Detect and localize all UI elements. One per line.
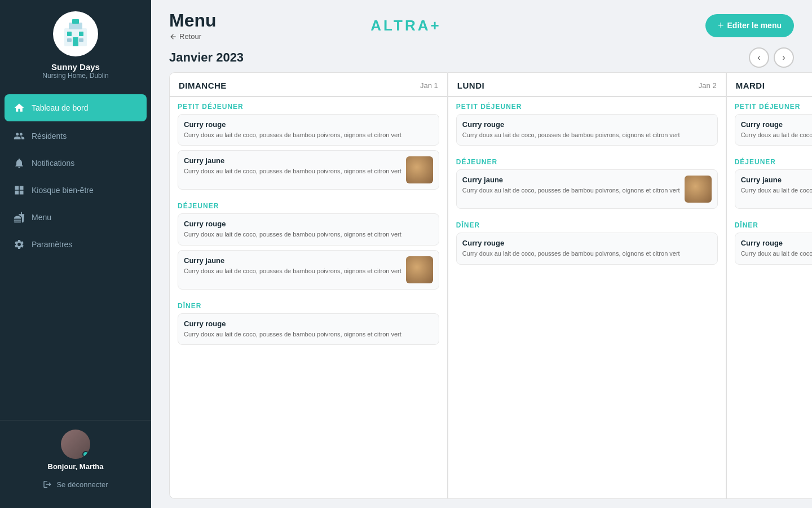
home-icon: [14, 102, 25, 113]
svg-rect-7: [79, 38, 83, 42]
meal-card-2-0-0[interactable]: Curry rouge Curry doux au lait de coco, …: [735, 114, 812, 146]
meal-name-0-0-1: Curry jaune: [184, 156, 401, 165]
user-avatar: [61, 430, 90, 459]
meal-section-1-2: DÎNER Curry rouge Curry doux au lait de …: [448, 216, 726, 271]
sidebar-item-residents[interactable]: Résidents: [0, 122, 151, 150]
meal-desc-1-1-0: Curry doux au lait de coco, pousses de b…: [462, 186, 680, 195]
svg-rect-4: [79, 32, 83, 36]
svg-rect-6: [67, 38, 72, 42]
svg-rect-2: [72, 19, 79, 24]
sidebar-nav: Tableau de bord Résidents Notifications …: [0, 93, 151, 415]
top-bar-left: Menu Retour: [169, 10, 217, 41]
day-header-0: DIMANCHE Jan 1: [170, 73, 447, 97]
main-content: Menu Retour ALTRA+ + Editer le menu Janv…: [151, 0, 812, 508]
meal-info-2-1-0: Curry jaune Curry doux au lait de coco, …: [741, 176, 812, 195]
gear-icon: [14, 239, 25, 250]
svg-rect-3: [67, 32, 72, 36]
meal-type-label-0-0: PETIT DÉJEUNER: [178, 103, 439, 111]
edit-btn-label: Editer le menu: [727, 21, 782, 30]
meal-card-2-2-0[interactable]: Curry rouge Curry doux au lait de coco, …: [735, 233, 812, 264]
sidebar-label-parametres: Paramètres: [32, 240, 72, 249]
sidebar-label-menu: Menu: [32, 213, 51, 222]
meal-info-1-0-0: Curry rouge Curry doux au lait de coco, …: [462, 120, 712, 139]
prev-month-button[interactable]: ‹: [749, 47, 769, 68]
meal-type-label-1-0: PETIT DÉJEUNER: [456, 103, 718, 111]
next-month-button[interactable]: ›: [774, 47, 794, 68]
top-bar: Menu Retour ALTRA+ + Editer le menu: [151, 0, 812, 41]
org-subtitle: Nursing Home, Dublin: [42, 72, 108, 80]
day-col-lundi: LUNDI Jan 2 PETIT DÉJEUNER Curry rouge C…: [448, 72, 726, 499]
meal-section-1-1: DÉJEUNER Curry jaune Curry doux au lait …: [448, 152, 726, 216]
meal-desc-2-1-0: Curry doux au lait de coco, pousses de b…: [741, 186, 812, 195]
meal-type-label-2-1: DÉJEUNER: [735, 158, 812, 166]
day-name-2: MARDI: [736, 81, 765, 90]
meal-name-1-0-0: Curry rouge: [462, 120, 712, 129]
grid-icon: [14, 185, 25, 196]
meal-section-2-2: DÎNER Curry rouge Curry doux au lait de …: [727, 216, 812, 271]
day-name-1: LUNDI: [457, 81, 484, 90]
day-name-0: DIMANCHE: [179, 81, 227, 90]
meal-desc-2-2-0: Curry doux au lait de coco, pousses de b…: [741, 249, 812, 258]
meal-section-2-0: PETIT DÉJEUNER Curry rouge Curry doux au…: [727, 97, 812, 152]
meal-info-2-0-0: Curry rouge Curry doux au lait de coco, …: [741, 120, 812, 139]
fork-icon: [14, 212, 25, 223]
org-name: Sunny Days: [51, 62, 100, 72]
calendar-header: Janvier 2023 ‹ ›: [151, 41, 812, 72]
back-label: Retour: [179, 32, 201, 41]
altra-logo: ALTRA+: [370, 17, 441, 34]
meal-desc-0-0-1: Curry doux au lait de coco, pousses de b…: [184, 167, 401, 176]
meal-img-0-1-1: [406, 256, 433, 283]
edit-menu-button[interactable]: + Editer le menu: [705, 14, 794, 37]
meal-type-label-1-2: DÎNER: [456, 221, 718, 229]
org-avatar: [53, 11, 98, 56]
back-link[interactable]: Retour: [169, 32, 217, 41]
sidebar-item-notifications[interactable]: Notifications: [0, 150, 151, 177]
meal-card-0-1-1[interactable]: Curry jaune Curry doux au lait de coco, …: [178, 250, 439, 290]
meal-name-2-2-0: Curry rouge: [741, 239, 812, 247]
day-date-1: Jan 2: [699, 81, 717, 90]
meal-card-0-0-1[interactable]: Curry jaune Curry doux au lait de coco, …: [178, 150, 439, 190]
meal-info-2-2-0: Curry rouge Curry doux au lait de coco, …: [741, 239, 812, 258]
meal-name-0-2-0: Curry rouge: [184, 319, 433, 328]
meal-name-0-1-0: Curry rouge: [184, 220, 433, 228]
meal-card-0-2-0[interactable]: Curry rouge Curry doux au lait de coco, …: [178, 313, 439, 345]
sidebar-label-tableau: Tableau de bord: [32, 103, 88, 112]
sidebar-item-kiosque[interactable]: Kiosque bien-être: [0, 177, 151, 204]
calendar-grid: DIMANCHE Jan 1 PETIT DÉJEUNER Curry roug…: [151, 72, 812, 508]
meal-card-1-0-0[interactable]: Curry rouge Curry doux au lait de coco, …: [456, 114, 718, 146]
meal-info-0-2-0: Curry rouge Curry doux au lait de coco, …: [184, 319, 433, 339]
day-col-dimanche: DIMANCHE Jan 1 PETIT DÉJEUNER Curry roug…: [169, 72, 448, 499]
sidebar-label-kiosque: Kiosque bien-être: [32, 186, 94, 195]
meal-card-2-1-0[interactable]: Curry jaune Curry doux au lait de coco, …: [735, 169, 812, 209]
org-logo-area: Sunny Days Nursing Home, Dublin: [42, 11, 108, 80]
meal-desc-0-1-1: Curry doux au lait de coco, pousses de b…: [184, 267, 401, 275]
meal-desc-0-0-0: Curry doux au lait de coco, pousses de b…: [184, 131, 433, 139]
meal-desc-1-0-0: Curry doux au lait de coco, pousses de b…: [462, 131, 712, 139]
meal-card-0-0-0[interactable]: Curry rouge Curry doux au lait de coco, …: [178, 114, 439, 146]
meal-card-0-1-0[interactable]: Curry rouge Curry doux au lait de coco, …: [178, 213, 439, 245]
sidebar-item-tableau[interactable]: Tableau de bord: [5, 94, 147, 121]
svg-rect-5: [73, 37, 78, 46]
user-greeting: Bonjour, Martha: [48, 462, 104, 471]
page-title: Menu: [169, 10, 217, 31]
logout-button[interactable]: Se déconnecter: [36, 476, 114, 492]
sidebar-item-menu[interactable]: Menu: [0, 204, 151, 231]
month-title: Janvier 2023: [169, 50, 244, 65]
meal-section-0-1: DÉJEUNER Curry rouge Curry doux au lait …: [170, 196, 447, 296]
nav-arrows: ‹ ›: [749, 47, 794, 68]
meal-type-label-0-2: DÎNER: [178, 302, 439, 310]
sidebar-bottom: Bonjour, Martha Se déconnecter: [0, 420, 151, 497]
meal-type-label-1-1: DÉJEUNER: [456, 158, 718, 166]
meal-info-0-1-1: Curry jaune Curry doux au lait de coco, …: [184, 256, 401, 275]
meal-info-0-0-0: Curry rouge Curry doux au lait de coco, …: [184, 120, 433, 139]
meal-card-1-1-0[interactable]: Curry jaune Curry doux au lait de coco, …: [456, 169, 718, 209]
meal-desc-2-0-0: Curry doux au lait de coco, pousses de b…: [741, 131, 812, 139]
sidebar-item-parametres[interactable]: Paramètres: [0, 231, 151, 258]
meal-card-1-2-0[interactable]: Curry rouge Curry doux au lait de coco, …: [456, 233, 718, 264]
online-indicator: [82, 451, 89, 458]
meal-img-1-1-0: [685, 176, 712, 203]
logout-icon: [43, 480, 52, 489]
meal-desc-0-2-0: Curry doux au lait de coco, pousses de b…: [184, 330, 433, 339]
sidebar-label-residents: Résidents: [32, 132, 67, 141]
logout-label: Se déconnecter: [56, 480, 108, 489]
